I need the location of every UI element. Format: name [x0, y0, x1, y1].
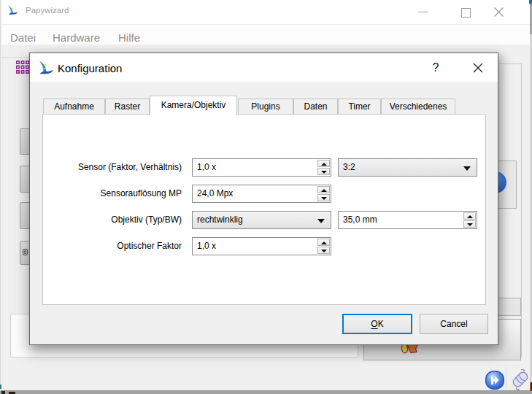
dialog-titlebar: Konfiguration ?: [30, 53, 498, 82]
desktop-fragment: [9, 391, 15, 394]
spin-down-button[interactable]: [317, 194, 330, 201]
dropdown-arrow-icon: [317, 219, 325, 223]
spin-down-button[interactable]: [463, 220, 476, 228]
cancel-button[interactable]: Cancel: [420, 314, 488, 334]
objektiv-typ-combobox[interactable]: rechtwinklig: [192, 211, 331, 229]
spin-up-button[interactable]: [463, 212, 476, 220]
menu-hilfe[interactable]: Hilfe: [118, 31, 140, 44]
dialog-close-button[interactable]: [462, 53, 494, 82]
close-button[interactable]: [493, 0, 527, 23]
screen: Papywizard Datei Hardware Hilfe: [0, 0, 532, 394]
main-titlebar: Papywizard: [1, 0, 531, 25]
menu-hardware[interactable]: Hardware: [53, 31, 100, 44]
right-group-border: [499, 63, 522, 64]
minimize-icon: [418, 12, 428, 12]
dialog-title: Konfiguration: [58, 62, 122, 74]
optischer-faktor-spinbox[interactable]: 1,0 x: [192, 237, 331, 255]
desktop-fragment: [1, 391, 5, 394]
label-objektiv: Objektiv (Typ/BW): [59, 215, 182, 225]
tab-raster[interactable]: Raster: [105, 98, 150, 114]
sensor-faktor-spinbox[interactable]: 1,0 x: [192, 158, 331, 177]
label-sensoraufloesung: Sensorauflösung MP: [59, 188, 182, 198]
label-optischer-faktor: Optischer Faktor: [59, 241, 182, 251]
sensor-resolution-spinbox[interactable]: 24,0 Mpx: [192, 185, 331, 203]
toolbar-separator: [1, 57, 31, 58]
spin-buttons: [463, 212, 476, 228]
window-title: Papywizard: [26, 6, 69, 15]
dialog-close-icon: [473, 63, 483, 73]
label-sensor: Sensor (Faktor, Verhältnis): [59, 162, 182, 172]
tab-plugins[interactable]: Plugins: [238, 98, 293, 114]
desktop-bottom-strip: [0, 391, 532, 394]
spin-buttons: [317, 239, 330, 254]
connect-status-icon[interactable]: [485, 371, 504, 390]
dialog-logo-icon: [38, 59, 54, 75]
maximize-button[interactable]: [450, 0, 482, 23]
tab-aufnahme[interactable]: Aufnahme: [43, 98, 105, 114]
spin-down-button[interactable]: [317, 247, 330, 254]
desktop-fragment: [0, 385, 1, 389]
tab-verschiedenes[interactable]: Verschiedenes: [381, 98, 455, 114]
dialog-help-button[interactable]: ?: [421, 53, 450, 82]
tab-daten[interactable]: Daten: [293, 98, 338, 114]
head-status-icon[interactable]: [511, 369, 530, 390]
tab-timer[interactable]: Timer: [338, 98, 381, 114]
menubar: Datei Hardware Hilfe: [1, 25, 531, 45]
minimize-button[interactable]: [407, 0, 439, 23]
objektiv-brennweite-spinbox[interactable]: 35,0 mm: [338, 211, 477, 229]
spin-buttons: [317, 186, 330, 201]
tab-kamera-objektiv[interactable]: Kamera/Objektiv: [150, 96, 237, 115]
side-button-4-icon: 6: [23, 249, 28, 255]
dropdown-arrow-icon: [463, 166, 471, 171]
close-icon: [493, 7, 504, 18]
spin-up-button[interactable]: [317, 160, 330, 167]
right-panel-border: [521, 63, 522, 358]
grid-toolbar-icon[interactable]: [16, 61, 29, 74]
statusbar-separator: [506, 368, 506, 390]
app-logo-icon: [7, 4, 18, 16]
spin-up-button[interactable]: [317, 239, 330, 246]
maximize-icon: [461, 8, 471, 18]
tab-content-pane: [42, 114, 486, 305]
spin-buttons: [317, 160, 330, 175]
menu-datei[interactable]: Datei: [10, 31, 36, 44]
sensor-ratio-combobox[interactable]: 3:2: [338, 158, 477, 177]
corner-blob: [529, 0, 532, 4]
spin-down-button[interactable]: [317, 168, 330, 175]
ok-button[interactable]: OK: [342, 314, 412, 334]
konfiguration-dialog: Konfiguration ? Aufnahme Raster Kamera/O…: [29, 53, 498, 345]
spin-up-button[interactable]: [317, 186, 330, 193]
